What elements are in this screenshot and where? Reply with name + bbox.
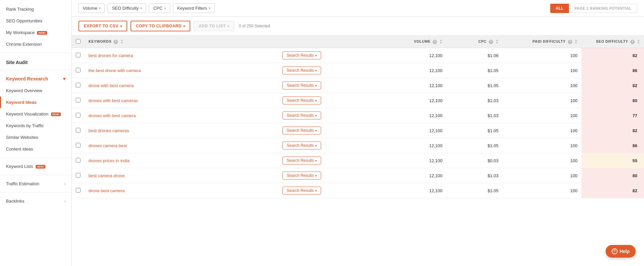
- row-checkbox[interactable]: [76, 68, 80, 72]
- chevron-kf-icon: ▾: [209, 6, 210, 10]
- select-all-checkbox[interactable]: [76, 39, 80, 44]
- search-results-button[interactable]: Search Results ▾: [282, 172, 321, 180]
- sidebar-item-traffic-estimation[interactable]: Traffic Estimation ›: [0, 178, 71, 190]
- chevron-serp-icon: ▾: [315, 159, 317, 163]
- row-checkbox-cell: [72, 138, 84, 153]
- keyword-link[interactable]: drones camera best: [88, 143, 127, 148]
- filter-keyword-filters[interactable]: Keyword Filters ▾: [173, 3, 215, 13]
- search-results-button[interactable]: Search Results ▾: [282, 51, 321, 59]
- sidebar-item-rank-tracking[interactable]: Rank Tracking: [0, 3, 71, 15]
- row-checkbox[interactable]: [76, 188, 80, 193]
- volume-cell: 12,100: [379, 153, 446, 168]
- keyword-link[interactable]: the best drone with camera: [88, 68, 141, 73]
- sidebar-item-similar-websites[interactable]: Similar Websites: [0, 131, 71, 143]
- search-results-button[interactable]: Search Results ▾: [282, 157, 321, 165]
- sidebar-item-keywords-by-traffic[interactable]: Keywords by Traffic: [0, 120, 71, 131]
- row-checkbox[interactable]: [76, 143, 80, 148]
- keyword-link[interactable]: drones with best camera: [88, 113, 136, 118]
- search-results-button[interactable]: Search Results ▾: [282, 66, 321, 74]
- table-row: best drones for camera Search Results ▾ …: [72, 48, 644, 63]
- view-page1-button[interactable]: PAGE 1 RANKING POTENTIAL: [569, 4, 637, 13]
- search-results-button[interactable]: Search Results ▾: [282, 81, 321, 89]
- filter-seo-difficulty[interactable]: SEO Difficulty ▾: [108, 3, 146, 13]
- help-icon-volume[interactable]: ?: [433, 40, 437, 44]
- sort-paid[interactable]: ▲▼: [575, 39, 577, 44]
- sidebar-item-seo-opportunities[interactable]: SEO Opportunities: [0, 15, 71, 27]
- keyword-cell: drones with best cameras: [84, 93, 278, 108]
- chevron-export-icon: ▾: [120, 24, 122, 28]
- serp-cell: Search Results ▾: [278, 78, 379, 93]
- keyword-link[interactable]: best drones cameras: [88, 128, 129, 133]
- row-checkbox-cell: [72, 78, 84, 93]
- sidebar-item-keyword-ideas[interactable]: Keyword Ideas: [0, 96, 71, 108]
- volume-cell: 12,100: [379, 168, 446, 183]
- divider-3: [0, 158, 71, 158]
- add-to-list-button: ADD TO LIST ▾: [194, 21, 234, 31]
- divider-4: [0, 175, 71, 175]
- cpc-cell: $1.05: [446, 183, 502, 198]
- cpc-cell: $1.05: [446, 78, 502, 93]
- seo-diff-cell: 86: [582, 63, 644, 78]
- paid-diff-cell: 100: [502, 123, 582, 138]
- serp-cell: Search Results ▾: [278, 108, 379, 123]
- seo-diff-cell: 82: [582, 48, 644, 63]
- keyword-link[interactable]: best drones for camera: [88, 53, 133, 58]
- row-checkbox[interactable]: [76, 113, 80, 117]
- view-all-button[interactable]: ALL: [550, 4, 569, 13]
- sidebar-keyword-research[interactable]: Keyword Research ▾: [0, 73, 71, 85]
- help-button[interactable]: ? Help: [606, 245, 636, 258]
- paid-diff-cell: 100: [502, 108, 582, 123]
- search-results-button[interactable]: Search Results ▾: [282, 142, 321, 150]
- paid-diff-cell: 100: [502, 138, 582, 153]
- sidebar-item-chrome-extension[interactable]: Chrome Extension: [0, 38, 71, 50]
- help-icon-keywords[interactable]: ?: [114, 40, 118, 44]
- row-checkbox[interactable]: [76, 53, 80, 57]
- row-checkbox-cell: [72, 48, 84, 63]
- sidebar-item-backlinks[interactable]: Backlinks ›: [0, 195, 71, 207]
- help-icon-paid[interactable]: ?: [568, 40, 572, 44]
- sidebar-item-my-workspace[interactable]: My Workspace NEW!: [0, 27, 71, 38]
- sidebar-item-keyword-lists[interactable]: Keyword Lists NEW!: [0, 161, 71, 172]
- row-checkbox[interactable]: [76, 158, 80, 163]
- keywords-table-container[interactable]: KEYWORDS ? ▲▼ VOLUME ? ▲▼ CPC ? ▲▼: [72, 36, 644, 266]
- keyword-link[interactable]: best camera drone: [88, 173, 125, 178]
- row-checkbox[interactable]: [76, 83, 80, 87]
- chevron-serp-icon: ▾: [315, 84, 317, 87]
- row-checkbox[interactable]: [76, 128, 80, 132]
- sidebar-item-keyword-overview[interactable]: Keyword Overview: [0, 85, 71, 96]
- search-results-button[interactable]: Search Results ▾: [282, 187, 321, 195]
- help-icon-cpc[interactable]: ?: [489, 40, 493, 44]
- row-checkbox-cell: [72, 168, 84, 183]
- th-volume: VOLUME ? ▲▼: [379, 36, 446, 48]
- export-csv-button[interactable]: EXPORT TO CSV ▾: [78, 21, 127, 31]
- keywords-table: KEYWORDS ? ▲▼ VOLUME ? ▲▼ CPC ? ▲▼: [72, 36, 644, 198]
- sidebar-item-content-ideas[interactable]: Content Ideas: [0, 143, 71, 155]
- help-icon-seo[interactable]: ?: [630, 40, 635, 44]
- keyword-link[interactable]: drone best camera: [88, 188, 125, 193]
- row-checkbox[interactable]: [76, 98, 80, 102]
- serp-cell: Search Results ▾: [278, 153, 379, 168]
- sort-seo[interactable]: ▲▼: [637, 39, 640, 44]
- sort-volume[interactable]: ▲▼: [440, 39, 442, 44]
- filter-cpc[interactable]: CPC ▾: [149, 3, 170, 13]
- copy-clipboard-button[interactable]: COPY TO CLIPBOARD ▾: [131, 21, 190, 31]
- sidebar-item-keyword-visualization[interactable]: Keyword Visualization NEW!: [0, 108, 71, 120]
- search-results-button[interactable]: Search Results ▾: [282, 96, 321, 104]
- sort-keywords[interactable]: ▲▼: [121, 39, 123, 44]
- row-checkbox[interactable]: [76, 173, 80, 178]
- keyword-cell: drone with best camera: [84, 78, 278, 93]
- sort-cpc[interactable]: ▲▼: [496, 39, 498, 44]
- keyword-link[interactable]: drones with best cameras: [88, 98, 138, 103]
- seo-diff-cell: 80: [582, 93, 644, 108]
- row-checkbox-cell: [72, 123, 84, 138]
- volume-cell: 12,100: [379, 123, 446, 138]
- filter-volume[interactable]: Volume ▾: [78, 3, 105, 13]
- cpc-cell: $1.03: [446, 168, 502, 183]
- keyword-link[interactable]: drones prices in india: [88, 158, 130, 163]
- search-results-button[interactable]: Search Results ▾: [282, 126, 321, 135]
- keyword-link[interactable]: drone with best camera: [88, 83, 134, 88]
- search-results-button[interactable]: Search Results ▾: [282, 111, 321, 119]
- divider-5: [0, 192, 71, 193]
- serp-cell: Search Results ▾: [278, 48, 379, 63]
- volume-cell: 12,100: [379, 108, 446, 123]
